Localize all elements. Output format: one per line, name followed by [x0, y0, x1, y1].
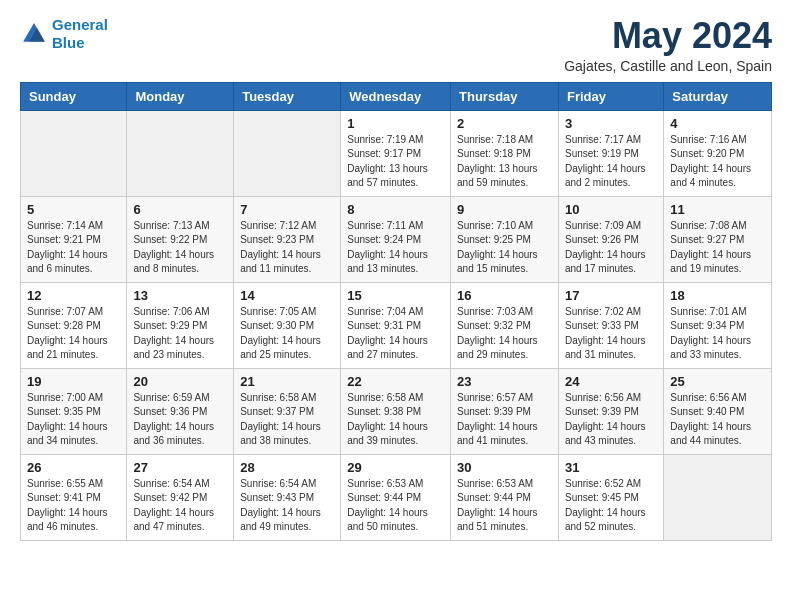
- day-info: Sunrise: 7:14 AMSunset: 9:21 PMDaylight:…: [27, 219, 120, 277]
- calendar-week-row: 26Sunrise: 6:55 AMSunset: 9:41 PMDayligh…: [21, 454, 772, 540]
- day-number: 26: [27, 460, 120, 475]
- table-row: 21Sunrise: 6:58 AMSunset: 9:37 PMDayligh…: [234, 368, 341, 454]
- table-row: 1Sunrise: 7:19 AMSunset: 9:17 PMDaylight…: [341, 110, 451, 196]
- day-number: 11: [670, 202, 765, 217]
- table-row: 27Sunrise: 6:54 AMSunset: 9:42 PMDayligh…: [127, 454, 234, 540]
- day-info: Sunrise: 7:12 AMSunset: 9:23 PMDaylight:…: [240, 219, 334, 277]
- day-number: 9: [457, 202, 552, 217]
- table-row: 29Sunrise: 6:53 AMSunset: 9:44 PMDayligh…: [341, 454, 451, 540]
- day-number: 15: [347, 288, 444, 303]
- day-info: Sunrise: 7:01 AMSunset: 9:34 PMDaylight:…: [670, 305, 765, 363]
- day-info: Sunrise: 7:13 AMSunset: 9:22 PMDaylight:…: [133, 219, 227, 277]
- day-number: 7: [240, 202, 334, 217]
- day-number: 21: [240, 374, 334, 389]
- day-number: 5: [27, 202, 120, 217]
- title-block: May 2024 Gajates, Castille and Leon, Spa…: [564, 16, 772, 74]
- table-row: 2Sunrise: 7:18 AMSunset: 9:18 PMDaylight…: [451, 110, 559, 196]
- header: General Blue May 2024 Gajates, Castille …: [20, 16, 772, 74]
- day-info: Sunrise: 6:59 AMSunset: 9:36 PMDaylight:…: [133, 391, 227, 449]
- table-row: 8Sunrise: 7:11 AMSunset: 9:24 PMDaylight…: [341, 196, 451, 282]
- table-row: 22Sunrise: 6:58 AMSunset: 9:38 PMDayligh…: [341, 368, 451, 454]
- calendar-week-row: 12Sunrise: 7:07 AMSunset: 9:28 PMDayligh…: [21, 282, 772, 368]
- day-number: 16: [457, 288, 552, 303]
- day-number: 27: [133, 460, 227, 475]
- day-number: 10: [565, 202, 657, 217]
- day-number: 25: [670, 374, 765, 389]
- table-row: 13Sunrise: 7:06 AMSunset: 9:29 PMDayligh…: [127, 282, 234, 368]
- col-wednesday: Wednesday: [341, 82, 451, 110]
- table-row: 6Sunrise: 7:13 AMSunset: 9:22 PMDaylight…: [127, 196, 234, 282]
- day-info: Sunrise: 7:05 AMSunset: 9:30 PMDaylight:…: [240, 305, 334, 363]
- day-number: 3: [565, 116, 657, 131]
- day-info: Sunrise: 7:02 AMSunset: 9:33 PMDaylight:…: [565, 305, 657, 363]
- day-info: Sunrise: 7:17 AMSunset: 9:19 PMDaylight:…: [565, 133, 657, 191]
- day-info: Sunrise: 7:10 AMSunset: 9:25 PMDaylight:…: [457, 219, 552, 277]
- day-info: Sunrise: 7:18 AMSunset: 9:18 PMDaylight:…: [457, 133, 552, 191]
- day-info: Sunrise: 7:04 AMSunset: 9:31 PMDaylight:…: [347, 305, 444, 363]
- day-number: 12: [27, 288, 120, 303]
- calendar-header-row: Sunday Monday Tuesday Wednesday Thursday…: [21, 82, 772, 110]
- day-info: Sunrise: 6:54 AMSunset: 9:43 PMDaylight:…: [240, 477, 334, 535]
- table-row: 30Sunrise: 6:53 AMSunset: 9:44 PMDayligh…: [451, 454, 559, 540]
- table-row: 17Sunrise: 7:02 AMSunset: 9:33 PMDayligh…: [558, 282, 663, 368]
- table-row: [234, 110, 341, 196]
- col-thursday: Thursday: [451, 82, 559, 110]
- table-row: [127, 110, 234, 196]
- day-number: 14: [240, 288, 334, 303]
- subtitle: Gajates, Castille and Leon, Spain: [564, 58, 772, 74]
- day-number: 19: [27, 374, 120, 389]
- table-row: 10Sunrise: 7:09 AMSunset: 9:26 PMDayligh…: [558, 196, 663, 282]
- day-info: Sunrise: 6:56 AMSunset: 9:40 PMDaylight:…: [670, 391, 765, 449]
- table-row: 23Sunrise: 6:57 AMSunset: 9:39 PMDayligh…: [451, 368, 559, 454]
- logo: General Blue: [20, 16, 108, 52]
- day-number: 1: [347, 116, 444, 131]
- table-row: 26Sunrise: 6:55 AMSunset: 9:41 PMDayligh…: [21, 454, 127, 540]
- day-info: Sunrise: 6:54 AMSunset: 9:42 PMDaylight:…: [133, 477, 227, 535]
- table-row: [21, 110, 127, 196]
- day-info: Sunrise: 6:53 AMSunset: 9:44 PMDaylight:…: [347, 477, 444, 535]
- table-row: 4Sunrise: 7:16 AMSunset: 9:20 PMDaylight…: [664, 110, 772, 196]
- main-title: May 2024: [564, 16, 772, 56]
- col-saturday: Saturday: [664, 82, 772, 110]
- table-row: 31Sunrise: 6:52 AMSunset: 9:45 PMDayligh…: [558, 454, 663, 540]
- table-row: 16Sunrise: 7:03 AMSunset: 9:32 PMDayligh…: [451, 282, 559, 368]
- day-info: Sunrise: 6:58 AMSunset: 9:38 PMDaylight:…: [347, 391, 444, 449]
- table-row: 19Sunrise: 7:00 AMSunset: 9:35 PMDayligh…: [21, 368, 127, 454]
- day-info: Sunrise: 7:03 AMSunset: 9:32 PMDaylight:…: [457, 305, 552, 363]
- day-number: 31: [565, 460, 657, 475]
- day-number: 4: [670, 116, 765, 131]
- col-sunday: Sunday: [21, 82, 127, 110]
- day-number: 28: [240, 460, 334, 475]
- day-info: Sunrise: 7:09 AMSunset: 9:26 PMDaylight:…: [565, 219, 657, 277]
- calendar-week-row: 19Sunrise: 7:00 AMSunset: 9:35 PMDayligh…: [21, 368, 772, 454]
- calendar-week-row: 1Sunrise: 7:19 AMSunset: 9:17 PMDaylight…: [21, 110, 772, 196]
- table-row: [664, 454, 772, 540]
- calendar: Sunday Monday Tuesday Wednesday Thursday…: [20, 82, 772, 541]
- logo-icon: [20, 20, 48, 48]
- table-row: 3Sunrise: 7:17 AMSunset: 9:19 PMDaylight…: [558, 110, 663, 196]
- day-number: 17: [565, 288, 657, 303]
- day-info: Sunrise: 6:57 AMSunset: 9:39 PMDaylight:…: [457, 391, 552, 449]
- day-info: Sunrise: 7:08 AMSunset: 9:27 PMDaylight:…: [670, 219, 765, 277]
- day-info: Sunrise: 7:00 AMSunset: 9:35 PMDaylight:…: [27, 391, 120, 449]
- day-number: 18: [670, 288, 765, 303]
- table-row: 5Sunrise: 7:14 AMSunset: 9:21 PMDaylight…: [21, 196, 127, 282]
- day-info: Sunrise: 7:16 AMSunset: 9:20 PMDaylight:…: [670, 133, 765, 191]
- day-info: Sunrise: 7:19 AMSunset: 9:17 PMDaylight:…: [347, 133, 444, 191]
- day-number: 23: [457, 374, 552, 389]
- day-info: Sunrise: 7:07 AMSunset: 9:28 PMDaylight:…: [27, 305, 120, 363]
- col-monday: Monday: [127, 82, 234, 110]
- table-row: 28Sunrise: 6:54 AMSunset: 9:43 PMDayligh…: [234, 454, 341, 540]
- table-row: 20Sunrise: 6:59 AMSunset: 9:36 PMDayligh…: [127, 368, 234, 454]
- day-info: Sunrise: 6:53 AMSunset: 9:44 PMDaylight:…: [457, 477, 552, 535]
- day-info: Sunrise: 6:55 AMSunset: 9:41 PMDaylight:…: [27, 477, 120, 535]
- day-info: Sunrise: 7:11 AMSunset: 9:24 PMDaylight:…: [347, 219, 444, 277]
- logo-text: General Blue: [52, 16, 108, 52]
- day-number: 8: [347, 202, 444, 217]
- day-number: 13: [133, 288, 227, 303]
- table-row: 24Sunrise: 6:56 AMSunset: 9:39 PMDayligh…: [558, 368, 663, 454]
- table-row: 18Sunrise: 7:01 AMSunset: 9:34 PMDayligh…: [664, 282, 772, 368]
- day-number: 6: [133, 202, 227, 217]
- day-number: 24: [565, 374, 657, 389]
- day-info: Sunrise: 6:52 AMSunset: 9:45 PMDaylight:…: [565, 477, 657, 535]
